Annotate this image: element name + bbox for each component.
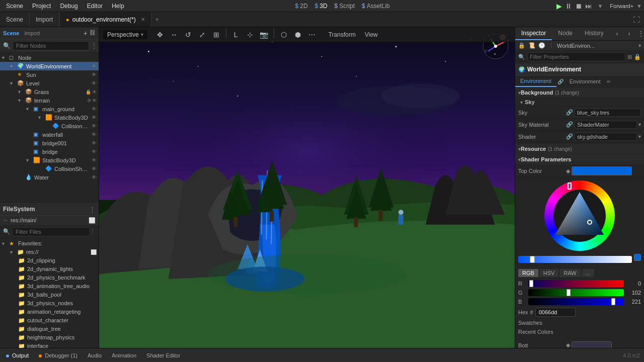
mode-script[interactable]: $Script [335, 3, 355, 10]
g-slider[interactable] [528, 289, 624, 296]
go-up-icon[interactable]: ⬜ [89, 217, 96, 224]
viewport-tool-1[interactable]: ✥ [153, 28, 167, 41]
history-tab[interactable]: History [579, 27, 609, 40]
r-slider[interactable] [528, 280, 624, 287]
inspector-tab[interactable]: Inspector [515, 27, 552, 40]
recent-colors-toggle[interactable]: Recent Colors [518, 327, 641, 336]
nav-back-icon[interactable]: ‹ [611, 28, 622, 39]
pause-button[interactable]: ⏸ [565, 2, 572, 10]
env-tab-env[interactable]: Environment [515, 76, 556, 87]
resource-section-header[interactable]: ▾ Resource (1 change) [515, 144, 644, 154]
tree-item-bridge[interactable]: ▣ bridge 👁 [0, 147, 99, 156]
sky-mat-link-icon[interactable]: 🔗 [566, 121, 573, 128]
viewport-tool-more[interactable]: ⋯ [305, 28, 318, 41]
env-tab-value[interactable]: Environment [565, 76, 606, 86]
import-label[interactable]: Import [24, 30, 40, 36]
file-tab-outdoor[interactable]: ● outdoor_environment(*) ✕ [60, 12, 151, 27]
sky-link-icon[interactable]: 🔗 [566, 109, 573, 116]
menu-scene[interactable]: Scene [2, 2, 27, 11]
shader-params-header[interactable]: ▾ Shader Parameters [515, 154, 644, 165]
tree-item-worldenvironment[interactable]: ▾ 🌍 WorldEnvironment 👁 [0, 62, 99, 70]
brightness-slider[interactable] [518, 256, 632, 263]
bott-color-swatch[interactable] [572, 341, 612, 348]
fs-item-2d-clipping[interactable]: 📁 2d_clipping [0, 256, 99, 265]
shader-down-icon[interactable]: ▾ [638, 134, 641, 139]
perspective-label[interactable]: Perspective ▾ [103, 30, 147, 39]
fs-item-2d-dynamic[interactable]: 📁 2d_dynamic_lights [0, 265, 99, 274]
viewport-tool-5[interactable]: ⊞ [210, 28, 223, 41]
fs-item-3d-anim[interactable]: 📁 3d_animation_tree_audio [0, 282, 99, 291]
visibility-icon[interactable]: 👁 [92, 166, 97, 171]
step-button[interactable]: ⏭ [585, 2, 592, 10]
visibility-icon[interactable]: 👁 [92, 157, 97, 163]
visibility-icon[interactable]: 👁 [92, 123, 97, 129]
script-icon[interactable]: 📜 [528, 42, 535, 49]
rgb-tab[interactable]: RGB [518, 269, 538, 277]
fs-item-3d-physics[interactable]: 📁 3d_physics_nodes [0, 299, 99, 308]
tree-item-terrain[interactable]: ▾ 📦 terrain ⚙ 👁 [0, 96, 99, 105]
scene-filter-input[interactable] [13, 41, 89, 50]
hex-input[interactable] [535, 308, 576, 317]
top-color-swatch[interactable] [572, 166, 632, 175]
maximize-viewport-button[interactable]: ⛶ [633, 16, 640, 24]
visibility-icon[interactable]: 👁 [92, 72, 97, 77]
nav-fwd-icon[interactable]: › [623, 28, 634, 39]
play-button[interactable]: ▶ [556, 2, 562, 10]
viewport-tool-debug[interactable]: ⬡ [277, 28, 290, 41]
tree-item-collision-2[interactable]: 🔷 CollisionShape3D 👁 [0, 164, 99, 173]
animation-tab[interactable]: Animation [110, 351, 138, 359]
tree-item-staticbody-2[interactable]: ▾ 🟧 StaticBody3D 👁 [0, 156, 99, 164]
fs-res-item[interactable]: ▾ 📁 res:// ⬜ [0, 248, 99, 256]
mode-3d[interactable]: $3D [315, 3, 328, 10]
back-icon[interactable]: ← [3, 217, 9, 223]
lock-icon[interactable]: 🔒 [86, 89, 91, 95]
fs-item-anim-retargeting[interactable]: 📁 animation_retargeting [0, 308, 99, 316]
viewport-tool-soft[interactable]: ⬢ [291, 28, 304, 41]
sky-mat-down-icon[interactable]: ▾ [638, 122, 641, 127]
animate-icon[interactable]: ⚙ [87, 98, 91, 103]
visibility-icon[interactable]: 👁 [92, 140, 97, 146]
tree-item-water[interactable]: 💧 Water 👁 [0, 173, 99, 182]
breadcrumb-down-icon[interactable]: ▾ [638, 43, 641, 48]
expand-all-icon[interactable]: ⬜ [91, 249, 97, 255]
fs-item-2d-physics[interactable]: 📁 2d_physics_benchmark [0, 274, 99, 282]
visibility-icon[interactable]: 👁 [92, 149, 97, 154]
filter-lock-icon[interactable]: 🔒 [634, 54, 641, 60]
view-label[interactable]: View [361, 30, 382, 39]
panel-import-tab[interactable]: Import [30, 12, 59, 27]
transform-label[interactable]: Transform [325, 30, 360, 39]
visibility-icon[interactable]: 👁 [92, 132, 97, 137]
fs-item-3d-balls[interactable]: 📁 3d_balls_pool [0, 291, 99, 299]
filter-properties-input[interactable] [527, 52, 625, 61]
b-slider[interactable] [528, 298, 624, 305]
panel-scene-tab[interactable]: Scene [0, 12, 30, 27]
fs-filter-input[interactable] [12, 227, 90, 236]
tree-item-main-ground[interactable]: ▾ ▣ main_ground 👁 [0, 105, 99, 113]
tree-item-collision-1[interactable]: 🔷 CollisionShape3D 👁 [0, 122, 99, 130]
tree-item-waterfall[interactable]: ▣ waterfall 👁 [0, 130, 99, 139]
filesystem-options-icon[interactable]: ⋮ [89, 206, 96, 213]
visibility-icon[interactable]: 👁 [92, 80, 97, 86]
visibility-icon[interactable]: 👁 [92, 98, 97, 103]
visibility-icon[interactable]: 👁 [92, 63, 97, 69]
fs-item-cutout[interactable]: 📁 cutout_character [0, 316, 99, 325]
node-tab[interactable]: Node [552, 27, 579, 40]
viewport[interactable]: Perspective ▾ ✥ ↔ ↺ ⤢ ⊞ L ⊹ 📷 ⬡ ⬢ ⋯ Tran… [99, 27, 515, 348]
viewport-tool-snap[interactable]: ⊹ [244, 28, 257, 41]
env-edit-icon[interactable]: ✏ [607, 79, 611, 84]
shader-editor-tab[interactable]: Shader Editor [144, 351, 182, 359]
tab-close-icon[interactable]: ✕ [141, 17, 145, 22]
instance-scene-icon[interactable]: ⛓ [90, 29, 96, 37]
viewport-tool-camera[interactable]: 📷 [258, 28, 271, 41]
color-wheel-container[interactable] [544, 180, 615, 251]
visibility-icon[interactable]: 👁 [92, 106, 97, 112]
kebab-icon[interactable]: ⋮ [548, 42, 554, 49]
tree-item-grass[interactable]: ▾ 📦 Grass 🔒 👁 [0, 87, 99, 96]
mode-assetlib[interactable]: $AssetLib [362, 3, 390, 10]
mode-2d[interactable]: $2D [295, 3, 308, 10]
shader-link-icon[interactable]: 🔗 [566, 133, 573, 140]
history-icon[interactable]: 🕐 [538, 42, 545, 49]
raw-tab[interactable]: RAW [559, 269, 580, 277]
filter-options-icon[interactable]: ⋮ [91, 42, 97, 49]
viewport-tool-2[interactable]: ↔ [168, 28, 181, 41]
